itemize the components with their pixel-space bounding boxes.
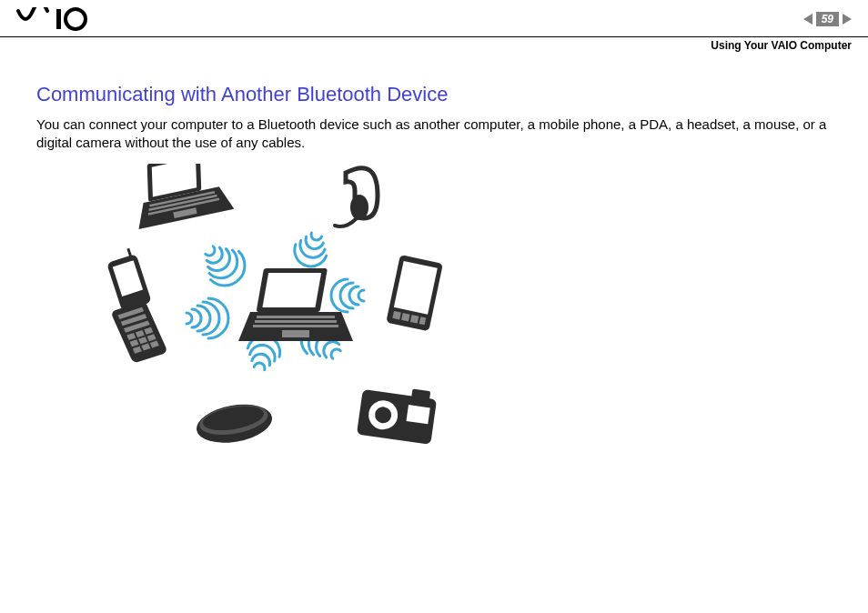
svg-rect-6 xyxy=(253,325,338,327)
flip-phone-icon xyxy=(94,246,168,365)
svg-rect-0 xyxy=(56,9,61,29)
bluetooth-diagram xyxy=(36,164,832,467)
camera-icon xyxy=(357,382,438,445)
svg-rect-5 xyxy=(255,320,337,323)
svg-rect-25 xyxy=(406,405,429,424)
vaio-logo xyxy=(16,7,116,31)
svg-rect-3 xyxy=(262,273,321,307)
svg-rect-7 xyxy=(282,330,309,337)
laptop-icon xyxy=(126,164,234,229)
signal-icon xyxy=(187,298,228,338)
section-label: Using Your VAIO Computer xyxy=(0,37,868,52)
signal-icon xyxy=(331,279,364,312)
svg-rect-17 xyxy=(392,310,400,318)
page-header: 59 xyxy=(0,0,868,37)
page-number: 59 xyxy=(816,12,839,26)
body-paragraph: You can connect your computer to a Bluet… xyxy=(36,116,832,153)
page-nav: 59 xyxy=(803,12,852,26)
headset-icon xyxy=(335,167,378,226)
signal-icon xyxy=(195,236,253,294)
svg-rect-18 xyxy=(401,312,409,320)
signal-icon xyxy=(290,228,332,270)
page-content: Communicating with Another Bluetooth Dev… xyxy=(0,52,868,467)
svg-rect-4 xyxy=(257,316,335,318)
svg-point-14 xyxy=(350,195,368,220)
svg-rect-19 xyxy=(410,315,419,323)
prev-page-arrow-icon[interactable] xyxy=(803,14,812,25)
pda-icon xyxy=(386,255,443,331)
laptop-center-icon xyxy=(238,268,353,341)
svg-point-1 xyxy=(66,9,86,29)
mouse-icon xyxy=(194,398,276,447)
page-title: Communicating with Another Bluetooth Dev… xyxy=(36,83,832,106)
next-page-arrow-icon[interactable] xyxy=(843,14,852,25)
